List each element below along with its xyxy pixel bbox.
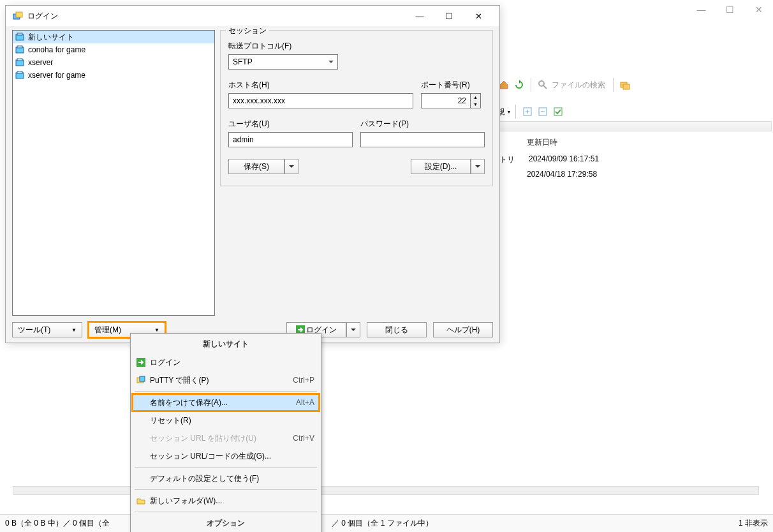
menu-item-label: セッション URL を貼り付け(U) xyxy=(150,433,256,444)
site-item-label: xserver xyxy=(28,58,53,67)
svg-rect-3 xyxy=(623,84,629,89)
menu-item-shortcut: Ctrl+P xyxy=(293,376,314,385)
dialog-maximize-button[interactable]: ☐ xyxy=(434,7,464,25)
site-icon xyxy=(15,58,26,67)
site-item-label: xserver for game xyxy=(28,71,85,80)
menu-item-shortcut: Ctrl+V xyxy=(293,434,314,443)
site-item[interactable]: 新しいサイト xyxy=(13,31,214,43)
menu-item-label: ログイン xyxy=(150,357,180,368)
dialog-title: ログイン xyxy=(27,11,405,22)
bg-maximize-button[interactable]: ☐ xyxy=(716,0,744,19)
svg-rect-15 xyxy=(17,46,22,48)
bg-file-row-1[interactable]: トリ 2024/09/09 16:17:51 xyxy=(499,154,599,165)
menu-item-label: 名前をつけて保存(A)... xyxy=(150,397,228,408)
session-group: セッション 転送プロトコル(F) SFTP ホスト名(H) ポート番号(R) xyxy=(220,30,493,186)
svg-rect-11 xyxy=(16,12,22,17)
advanced-button-dropdown xyxy=(471,159,485,174)
site-icon xyxy=(15,33,26,41)
dialog-minimize-button[interactable]: — xyxy=(405,7,434,25)
bg-toolbar-2: 規 ▾ xyxy=(497,103,765,120)
username-input[interactable] xyxy=(228,132,353,147)
menu-item-label: セッション URL/コードの生成(G)... xyxy=(150,451,271,462)
refresh-icon[interactable] xyxy=(513,78,526,91)
protocol-select[interactable]: SFTP xyxy=(228,54,338,70)
login-dialog: ログイン — ☐ ✕ 新しいサイトconoha for gamexserverx… xyxy=(5,5,500,343)
putty-icon xyxy=(136,375,146,385)
minus-box-icon[interactable] xyxy=(536,105,549,118)
save-button-dropdown xyxy=(284,159,298,174)
folders-icon[interactable] xyxy=(619,78,631,91)
password-input[interactable] xyxy=(360,132,485,147)
advanced-button-split[interactable]: 設定(D)... xyxy=(411,159,485,174)
site-item[interactable]: xserver for game xyxy=(13,69,214,82)
svg-rect-19 xyxy=(17,71,22,73)
status-center: ／ 0 個目（全 1 ファイル中） xyxy=(332,518,433,529)
site-icon xyxy=(15,45,26,54)
menu-item-label: PuTTY で開く(P) xyxy=(150,375,209,386)
menu-subheader: オプション xyxy=(132,514,320,532)
save-button-split[interactable]: 保存(S) xyxy=(228,159,298,174)
menu-item-label: リセット(R) xyxy=(150,415,191,426)
svg-point-0 xyxy=(539,81,544,86)
username-label: ユーザ名(U) xyxy=(228,119,353,129)
site-item-label: 新しいサイト xyxy=(28,32,74,43)
site-item[interactable]: conoha for game xyxy=(13,43,214,56)
menu-item[interactable]: 新しいフォルダ(W)... xyxy=(132,492,320,510)
manage-context-menu: 新しいサイト ログインPuTTY で開く(P)Ctrl+P名前をつけて保存(A)… xyxy=(130,333,321,532)
port-input[interactable] xyxy=(421,93,471,108)
menu-item[interactable]: ログイン xyxy=(132,353,320,371)
svg-rect-17 xyxy=(17,59,22,61)
menu-item[interactable]: リセット(R) xyxy=(132,411,320,429)
bg-close-button[interactable]: ✕ xyxy=(744,0,773,19)
bg-column-header-date[interactable]: 更新日時 xyxy=(527,137,557,148)
protocol-label: 転送プロトコル(F) xyxy=(228,41,485,52)
svg-rect-9 xyxy=(554,108,562,115)
help-button[interactable]: ヘルプ(H) xyxy=(433,322,493,337)
save-button: 保存(S) xyxy=(228,159,284,174)
port-label: ポート番号(R) xyxy=(421,80,485,91)
status-bar: 0 B（全 0 B 中）／ 0 個目（全 ／ 0 個目（全 1 ファイル中） 1… xyxy=(0,514,773,532)
bg-path-bar[interactable] xyxy=(497,121,772,131)
login-button-dropdown xyxy=(346,322,360,337)
tools-button[interactable]: ツール(T)▼ xyxy=(12,322,82,337)
folder-icon xyxy=(136,496,146,506)
session-legend: セッション xyxy=(226,26,269,36)
menu-header: 新しいサイト xyxy=(132,335,320,353)
menu-item-shortcut: Alt+A xyxy=(296,398,314,407)
menu-item[interactable]: セッション URL/コードの生成(G)... xyxy=(132,447,320,465)
svg-rect-23 xyxy=(140,376,145,381)
host-input[interactable] xyxy=(228,93,413,108)
password-label: パスワード(P) xyxy=(360,119,485,129)
site-list[interactable]: 新しいサイトconoha for gamexserverxserver for … xyxy=(12,30,215,316)
check-box-icon[interactable] xyxy=(552,105,564,118)
menu-item[interactable]: 名前をつけて保存(A)...Alt+A xyxy=(132,394,320,411)
svg-line-1 xyxy=(543,85,547,89)
menu-item-label: デフォルトの設定として使う(F) xyxy=(150,473,259,484)
dialog-close-button[interactable]: ✕ xyxy=(464,7,493,25)
bg-minimize-button[interactable]: — xyxy=(687,0,716,19)
dialog-titlebar[interactable]: ログイン — ☐ ✕ xyxy=(6,6,499,26)
site-item-label: conoha for game xyxy=(28,45,85,54)
plus-box-icon[interactable] xyxy=(521,105,534,118)
status-left: 0 B（全 0 B 中）／ 0 個目（全 xyxy=(5,518,110,529)
host-label: ホスト名(H) xyxy=(228,80,413,91)
menu-item[interactable]: デフォルトの設定として使う(F) xyxy=(132,469,320,487)
port-spin-up[interactable]: ▲ xyxy=(471,94,480,101)
bg-horizontal-scrollbar[interactable] xyxy=(13,486,759,495)
svg-rect-13 xyxy=(17,33,22,35)
bg-titlebar: — ☐ ✕ xyxy=(499,0,773,19)
search-icon[interactable] xyxy=(536,78,549,91)
menu-item-label: 新しいフォルダ(W)... xyxy=(150,496,222,506)
close-button[interactable]: 閉じる xyxy=(367,322,427,337)
login-icon xyxy=(136,357,146,367)
menu-item[interactable]: PuTTY で開く(P)Ctrl+P xyxy=(132,371,320,389)
app-icon xyxy=(12,10,24,22)
port-spin-down[interactable]: ▼ xyxy=(471,101,480,108)
site-icon xyxy=(15,71,26,80)
menu-item: セッション URL を貼り付け(U)Ctrl+V xyxy=(132,429,320,447)
search-label: ファイルの検索 xyxy=(552,80,605,91)
bg-toolbar: ファイルの検索 xyxy=(497,77,765,93)
bg-file-row-2[interactable]: 2024/04/18 17:29:58 xyxy=(527,170,597,179)
status-right: 1 非表示 xyxy=(739,518,768,529)
site-item[interactable]: xserver xyxy=(13,56,214,69)
